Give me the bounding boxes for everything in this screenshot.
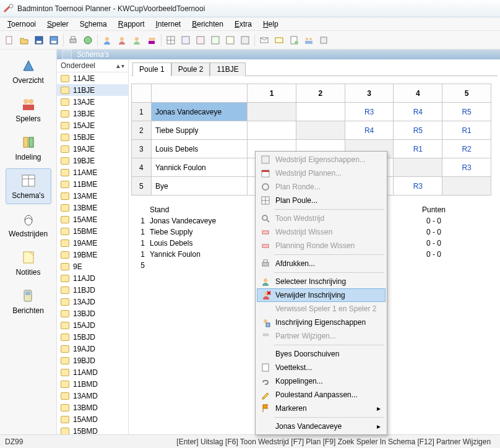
poule-cell-empty[interactable]: [248, 121, 296, 140]
poule-cell[interactable]: R5: [394, 121, 442, 140]
poule-cell[interactable]: R4: [345, 121, 394, 140]
onderdeel-item[interactable]: 13AJD: [57, 296, 128, 308]
onderdeel-item[interactable]: 11BME: [57, 178, 128, 190]
menu-schema[interactable]: Schema: [75, 19, 112, 30]
sidebar-overzicht[interactable]: Overzicht: [6, 53, 51, 89]
menu-internet[interactable]: Internet: [150, 19, 186, 30]
menu-extra[interactable]: Extra: [230, 19, 257, 30]
tab-poule-1[interactable]: Poule 1: [132, 62, 171, 76]
poule-cell[interactable]: R4: [394, 103, 442, 121]
context-menu-item[interactable]: Byes Doorschuiven: [257, 347, 386, 361]
onderdeel-item[interactable]: 11AJE: [57, 72, 128, 84]
onderdeel-item[interactable]: 19BJE: [57, 155, 128, 166]
context-menu-item[interactable]: Selecteer Inschrijving: [257, 275, 386, 288]
poule-player-name[interactable]: Bye: [151, 177, 247, 196]
poule-player-name[interactable]: Yannick Foulon: [151, 158, 247, 177]
tb-user1-icon[interactable]: [100, 33, 114, 47]
tb-user3-icon[interactable]: [130, 33, 144, 47]
context-menu-item[interactable]: Koppelingen...: [257, 374, 386, 388]
context-menu-item[interactable]: Plan Poule...: [257, 194, 386, 207]
onderdeel-item[interactable]: 11BJE: [57, 84, 128, 96]
menu-help[interactable]: Help: [258, 19, 283, 30]
context-menu-item[interactable]: Inschrijving Eigenschappen: [257, 316, 386, 329]
onderdeel-item[interactable]: 15AME: [57, 213, 128, 225]
context-menu-item[interactable]: Afdrukken...: [257, 257, 386, 270]
tab-poule-2[interactable]: Poule 2: [171, 62, 210, 76]
poule-cell[interactable]: R3: [394, 177, 442, 196]
tb-sheet-icon[interactable]: [287, 33, 301, 47]
onderdeel-item[interactable]: 15BJE: [57, 131, 128, 143]
tb-users-icon[interactable]: [145, 33, 158, 47]
sidebar-notities[interactable]: Notities: [6, 245, 51, 281]
tb-grid2-icon[interactable]: [179, 33, 192, 47]
tb-last-icon[interactable]: [317, 33, 330, 47]
tb-globe-icon[interactable]: [81, 33, 95, 47]
context-menu-item[interactable]: Voettekst...: [257, 361, 386, 374]
sidebar-wedstrijden[interactable]: Wedstrijden: [6, 207, 51, 243]
onderdeel-item[interactable]: 19AME: [57, 237, 128, 249]
tb-grid3-icon[interactable]: [194, 33, 207, 47]
tb-user2-icon[interactable]: [115, 33, 129, 47]
tb-save-icon[interactable]: [32, 33, 46, 47]
onderdeel-item[interactable]: 13AJE: [57, 96, 128, 108]
tab-11bje[interactable]: 11BJE: [210, 62, 245, 76]
context-menu-item[interactable]: Poulestand Aanpassen...: [257, 388, 386, 402]
poule-cell-empty[interactable]: [442, 177, 491, 196]
onderdeel-item[interactable]: 15AJD: [57, 319, 128, 331]
tb-grid4-icon[interactable]: [209, 33, 222, 47]
menu-rapport[interactable]: Rapport: [113, 19, 150, 30]
tb-new-icon[interactable]: [2, 33, 16, 47]
onderdeel-item[interactable]: 13BJE: [57, 108, 128, 119]
poule-player-name[interactable]: Louis Debels: [151, 140, 247, 158]
onderdeel-item[interactable]: 19AJE: [57, 143, 128, 155]
onderdeel-item[interactable]: 19AJD: [57, 343, 128, 355]
tb-grid1-icon[interactable]: [164, 33, 178, 47]
menu-toernooi[interactable]: Toernooi: [2, 19, 41, 30]
sidebar-spelers[interactable]: Spelers: [6, 92, 51, 127]
onderdeel-header[interactable]: Onderdeel ▲▾: [57, 59, 128, 72]
context-menu-item[interactable]: Markeren▸: [257, 402, 386, 415]
onderdeel-item[interactable]: 11AJD: [57, 272, 128, 284]
poule-player-name[interactable]: Jonas Vandecaveye: [151, 103, 247, 121]
onderdeel-item[interactable]: 15BJD: [57, 331, 128, 343]
onderdeel-item[interactable]: 13AMD: [57, 390, 128, 402]
poule-cell[interactable]: R2: [442, 140, 491, 158]
onderdeel-item[interactable]: 13BMD: [57, 402, 128, 413]
onderdeel-item[interactable]: 11BJD: [57, 284, 128, 296]
onderdeel-item[interactable]: 9E: [57, 261, 128, 272]
onderdeel-item[interactable]: 13BME: [57, 202, 128, 213]
poule-player-name[interactable]: Tiebe Supply: [151, 121, 247, 140]
tb-group-icon[interactable]: [302, 33, 316, 47]
onderdeel-item[interactable]: 15AJE: [57, 119, 128, 131]
poule-cell[interactable]: R3: [345, 103, 394, 121]
poule-cell-empty[interactable]: [248, 103, 296, 121]
poule-cell-empty[interactable]: [394, 158, 442, 177]
onderdeel-item[interactable]: 19BME: [57, 249, 128, 261]
context-menu-item[interactable]: Verwijder Inschrijving: [257, 288, 386, 302]
tb-saveas-icon[interactable]: [47, 33, 61, 47]
menu-speler[interactable]: Speler: [42, 19, 74, 30]
tb-grid5-icon[interactable]: [223, 33, 237, 47]
onderdeel-item[interactable]: 13BJD: [57, 308, 128, 319]
onderdeel-item[interactable]: 11BMD: [57, 378, 128, 390]
tb-open-icon[interactable]: [17, 33, 31, 47]
sidebar-indeling[interactable]: Indeling: [6, 130, 51, 166]
menu-berichten[interactable]: Berichten: [187, 19, 228, 30]
sidebar-berichten[interactable]: Berichten: [6, 283, 51, 319]
tb-mail-icon[interactable]: [257, 33, 271, 47]
tb-mail2-icon[interactable]: [272, 33, 286, 47]
onderdeel-item[interactable]: 15BME: [57, 225, 128, 237]
context-menu-item[interactable]: Jonas Vandecaveye▸: [257, 420, 386, 433]
tb-grid6-icon[interactable]: [238, 33, 252, 47]
tb-print-icon[interactable]: [66, 33, 80, 47]
sidebar-schemas[interactable]: Schema's: [6, 168, 51, 204]
poule-cell[interactable]: R1: [394, 140, 442, 158]
poule-cell[interactable]: R1: [442, 121, 491, 140]
onderdeel-item[interactable]: 11AMD: [57, 366, 128, 378]
onderdeel-item[interactable]: 15AMD: [57, 413, 128, 425]
onderdeel-item[interactable]: 13AME: [57, 190, 128, 202]
onderdeel-item[interactable]: 11AME: [57, 166, 128, 178]
onderdeel-item[interactable]: 19BJD: [57, 355, 128, 366]
poule-cell[interactable]: R3: [442, 158, 491, 177]
poule-cell[interactable]: R5: [442, 103, 491, 121]
